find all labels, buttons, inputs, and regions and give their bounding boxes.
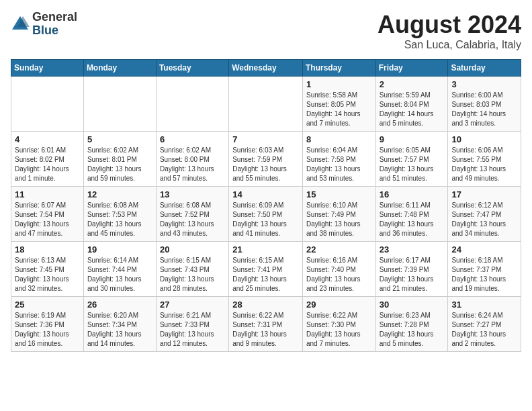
calendar-cell: 3Sunrise: 6:00 AM Sunset: 8:03 PM Daylig… xyxy=(448,77,521,132)
page-header: General Blue August 2024 San Luca, Calab… xyxy=(11,11,521,51)
calendar-cell: 8Sunrise: 6:04 AM Sunset: 7:58 PM Daylig… xyxy=(302,132,375,187)
calendar-cell: 27Sunrise: 6:21 AM Sunset: 7:33 PM Dayli… xyxy=(156,297,228,352)
day-number: 6 xyxy=(160,134,225,144)
calendar-week-5: 25Sunrise: 6:19 AM Sunset: 7:36 PM Dayli… xyxy=(11,297,521,352)
calendar-cell: 12Sunrise: 6:08 AM Sunset: 7:53 PM Dayli… xyxy=(83,187,156,242)
day-info: Sunrise: 6:08 AM Sunset: 7:52 PM Dayligh… xyxy=(160,201,225,238)
day-number: 20 xyxy=(160,244,225,255)
calendar-week-1: 1Sunrise: 5:58 AM Sunset: 8:05 PM Daylig… xyxy=(11,77,521,132)
day-number: 21 xyxy=(232,244,299,255)
day-number: 15 xyxy=(306,189,372,199)
header-cell-friday: Friday xyxy=(375,60,448,77)
day-info: Sunrise: 6:16 AM Sunset: 7:40 PM Dayligh… xyxy=(306,256,372,293)
calendar-cell xyxy=(83,77,156,132)
day-number: 11 xyxy=(15,189,80,199)
day-number: 7 xyxy=(232,134,299,144)
calendar-cell: 17Sunrise: 6:12 AM Sunset: 7:47 PM Dayli… xyxy=(448,187,521,242)
day-info: Sunrise: 6:22 AM Sunset: 7:31 PM Dayligh… xyxy=(232,311,299,349)
day-number: 4 xyxy=(15,134,80,144)
header-row: SundayMondayTuesdayWednesdayThursdayFrid… xyxy=(11,60,521,77)
header-cell-thursday: Thursday xyxy=(302,60,375,77)
calendar-cell: 7Sunrise: 6:03 AM Sunset: 7:59 PM Daylig… xyxy=(229,132,303,187)
day-info: Sunrise: 6:06 AM Sunset: 7:55 PM Dayligh… xyxy=(451,146,517,183)
day-number: 3 xyxy=(451,79,517,89)
day-info: Sunrise: 6:00 AM Sunset: 8:03 PM Dayligh… xyxy=(451,91,517,128)
day-number: 12 xyxy=(87,189,152,199)
day-number: 2 xyxy=(380,79,445,89)
calendar-cell: 9Sunrise: 6:05 AM Sunset: 7:57 PM Daylig… xyxy=(375,132,448,187)
day-info: Sunrise: 6:02 AM Sunset: 8:01 PM Dayligh… xyxy=(87,146,152,183)
calendar-header: SundayMondayTuesdayWednesdayThursdayFrid… xyxy=(11,60,521,77)
day-info: Sunrise: 6:18 AM Sunset: 7:37 PM Dayligh… xyxy=(451,256,517,293)
header-cell-sunday: Sunday xyxy=(11,60,84,77)
day-number: 14 xyxy=(232,189,299,199)
day-info: Sunrise: 6:20 AM Sunset: 7:34 PM Dayligh… xyxy=(87,311,152,349)
calendar-cell: 10Sunrise: 6:06 AM Sunset: 7:55 PM Dayli… xyxy=(448,132,521,187)
day-info: Sunrise: 6:09 AM Sunset: 7:50 PM Dayligh… xyxy=(232,201,299,238)
calendar-week-3: 11Sunrise: 6:07 AM Sunset: 7:54 PM Dayli… xyxy=(11,187,521,242)
title-block: August 2024 San Luca, Calabria, Italy xyxy=(378,11,521,51)
day-number: 23 xyxy=(380,244,445,255)
day-info: Sunrise: 5:58 AM Sunset: 8:05 PM Dayligh… xyxy=(306,91,372,128)
calendar-cell: 31Sunrise: 6:24 AM Sunset: 7:27 PM Dayli… xyxy=(448,297,521,352)
calendar-subtitle: San Luca, Calabria, Italy xyxy=(378,39,521,51)
logo: General Blue xyxy=(11,11,77,38)
day-info: Sunrise: 6:22 AM Sunset: 7:30 PM Dayligh… xyxy=(306,311,372,349)
calendar-cell: 26Sunrise: 6:20 AM Sunset: 7:34 PM Dayli… xyxy=(83,297,156,352)
day-number: 16 xyxy=(380,189,445,199)
header-cell-tuesday: Tuesday xyxy=(156,60,228,77)
calendar-cell xyxy=(229,77,303,132)
day-info: Sunrise: 6:19 AM Sunset: 7:36 PM Dayligh… xyxy=(15,311,80,349)
calendar-cell: 25Sunrise: 6:19 AM Sunset: 7:36 PM Dayli… xyxy=(11,297,84,352)
day-number: 25 xyxy=(15,300,80,310)
logo-general-text: General xyxy=(32,11,77,24)
day-info: Sunrise: 6:10 AM Sunset: 7:49 PM Dayligh… xyxy=(306,201,372,238)
day-number: 8 xyxy=(306,134,372,144)
header-cell-saturday: Saturday xyxy=(448,60,521,77)
logo-icon xyxy=(11,15,30,34)
calendar-cell: 20Sunrise: 6:15 AM Sunset: 7:43 PM Dayli… xyxy=(156,242,228,297)
day-number: 9 xyxy=(380,134,445,144)
day-info: Sunrise: 6:14 AM Sunset: 7:44 PM Dayligh… xyxy=(87,256,152,293)
day-info: Sunrise: 6:17 AM Sunset: 7:39 PM Dayligh… xyxy=(380,256,445,293)
day-info: Sunrise: 6:05 AM Sunset: 7:57 PM Dayligh… xyxy=(380,146,445,183)
day-info: Sunrise: 6:03 AM Sunset: 7:59 PM Dayligh… xyxy=(232,146,299,183)
day-number: 18 xyxy=(15,244,80,255)
day-info: Sunrise: 6:08 AM Sunset: 7:53 PM Dayligh… xyxy=(87,201,152,238)
calendar-cell: 14Sunrise: 6:09 AM Sunset: 7:50 PM Dayli… xyxy=(229,187,303,242)
day-number: 27 xyxy=(160,300,225,310)
header-cell-wednesday: Wednesday xyxy=(229,60,303,77)
day-info: Sunrise: 6:01 AM Sunset: 8:02 PM Dayligh… xyxy=(15,146,80,183)
calendar-body: 1Sunrise: 5:58 AM Sunset: 8:05 PM Daylig… xyxy=(11,77,521,352)
day-number: 19 xyxy=(87,244,152,255)
day-number: 31 xyxy=(451,300,517,310)
day-number: 17 xyxy=(451,189,517,199)
calendar-cell: 11Sunrise: 6:07 AM Sunset: 7:54 PM Dayli… xyxy=(11,187,84,242)
day-info: Sunrise: 6:12 AM Sunset: 7:47 PM Dayligh… xyxy=(451,201,517,238)
calendar-cell: 6Sunrise: 6:02 AM Sunset: 8:00 PM Daylig… xyxy=(156,132,228,187)
day-info: Sunrise: 6:11 AM Sunset: 7:48 PM Dayligh… xyxy=(380,201,445,238)
calendar-cell: 15Sunrise: 6:10 AM Sunset: 7:49 PM Dayli… xyxy=(302,187,375,242)
day-number: 24 xyxy=(451,244,517,255)
calendar-title: August 2024 xyxy=(378,11,521,39)
day-info: Sunrise: 6:04 AM Sunset: 7:58 PM Dayligh… xyxy=(306,146,372,183)
header-cell-monday: Monday xyxy=(83,60,156,77)
day-info: Sunrise: 6:02 AM Sunset: 8:00 PM Dayligh… xyxy=(160,146,225,183)
calendar-cell: 13Sunrise: 6:08 AM Sunset: 7:52 PM Dayli… xyxy=(156,187,228,242)
day-info: Sunrise: 6:15 AM Sunset: 7:43 PM Dayligh… xyxy=(160,256,225,293)
calendar-cell: 1Sunrise: 5:58 AM Sunset: 8:05 PM Daylig… xyxy=(302,77,375,132)
calendar-cell: 2Sunrise: 5:59 AM Sunset: 8:04 PM Daylig… xyxy=(375,77,448,132)
calendar-cell: 28Sunrise: 6:22 AM Sunset: 7:31 PM Dayli… xyxy=(229,297,303,352)
day-number: 22 xyxy=(306,244,372,255)
day-number: 10 xyxy=(451,134,517,144)
day-info: Sunrise: 6:07 AM Sunset: 7:54 PM Dayligh… xyxy=(15,201,80,238)
calendar-cell: 23Sunrise: 6:17 AM Sunset: 7:39 PM Dayli… xyxy=(375,242,448,297)
calendar-week-2: 4Sunrise: 6:01 AM Sunset: 8:02 PM Daylig… xyxy=(11,132,521,187)
day-info: Sunrise: 5:59 AM Sunset: 8:04 PM Dayligh… xyxy=(380,91,445,128)
calendar-cell: 30Sunrise: 6:23 AM Sunset: 7:28 PM Dayli… xyxy=(375,297,448,352)
calendar-cell xyxy=(11,77,84,132)
calendar-cell: 22Sunrise: 6:16 AM Sunset: 7:40 PM Dayli… xyxy=(302,242,375,297)
day-number: 13 xyxy=(160,189,225,199)
day-number: 1 xyxy=(306,79,372,89)
calendar-cell: 5Sunrise: 6:02 AM Sunset: 8:01 PM Daylig… xyxy=(83,132,156,187)
